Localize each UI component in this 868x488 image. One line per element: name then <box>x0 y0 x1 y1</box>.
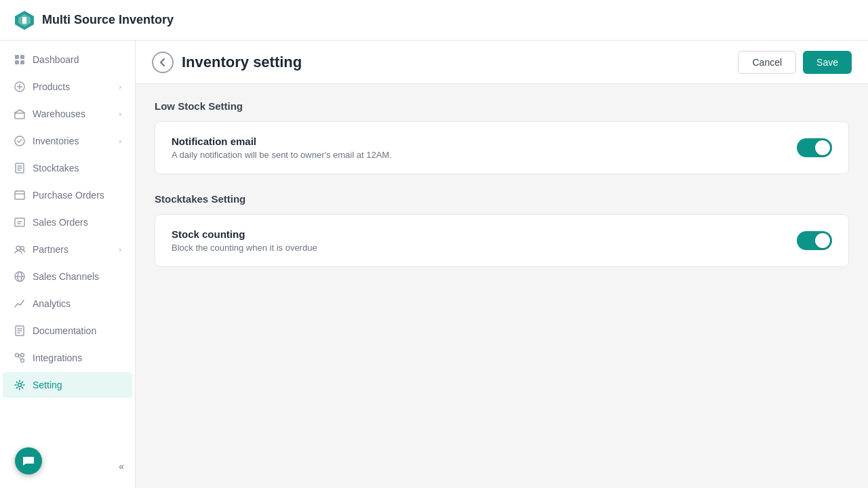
products-chevron-icon: › <box>119 83 121 91</box>
settings-content: Low Stock Setting Notification email A d… <box>136 84 868 488</box>
app-logo: Multi Source Inventory <box>14 9 174 31</box>
svg-rect-2 <box>22 17 26 24</box>
svg-rect-8 <box>15 113 24 119</box>
svg-rect-11 <box>15 191 24 199</box>
sidebar-label-analytics: Analytics <box>33 298 71 309</box>
notification-email-desc: A daily notification will be sent to own… <box>172 150 392 160</box>
sidebar-item-inventories[interactable]: Inventories › <box>3 128 132 154</box>
documentation-icon <box>14 325 26 337</box>
sales-orders-icon <box>14 216 26 228</box>
stocktakes-section-title: Stocktakes Setting <box>155 193 849 205</box>
stock-counting-toggle[interactable] <box>797 231 832 250</box>
main-content: Inventory setting Cancel Save Low Stock … <box>136 41 868 488</box>
sidebar-item-partners[interactable]: Partners › <box>3 237 132 262</box>
sidebar-label-sales-channels: Sales Channels <box>33 271 99 282</box>
sidebar-item-sales-orders[interactable]: Sales Orders <box>3 209 132 235</box>
cancel-button[interactable]: Cancel <box>738 51 796 74</box>
save-button[interactable]: Save <box>803 51 852 74</box>
collapse-icon: « <box>119 461 124 472</box>
stock-counting-label: Stock counting <box>172 228 317 240</box>
page-header: Inventory setting Cancel Save <box>136 41 868 84</box>
sidebar-label-dashboard: Dashboard <box>33 54 79 65</box>
sidebar-item-setting[interactable]: Setting <box>3 372 132 398</box>
notification-email-card: Notification email A daily notification … <box>155 121 849 174</box>
sidebar-label-integrations: Integrations <box>33 352 82 363</box>
sidebar-label-partners: Partners <box>33 244 68 255</box>
inventories-chevron-icon: › <box>119 137 121 145</box>
sidebar-item-purchase-orders[interactable]: Purchase Orders <box>3 182 132 208</box>
products-icon <box>14 81 26 93</box>
sidebar-item-warehouses[interactable]: Warehouses › <box>3 101 132 127</box>
svg-rect-5 <box>15 60 19 64</box>
sidebar-label-setting: Setting <box>33 380 62 390</box>
toggle-knob-2 <box>815 233 830 248</box>
sidebar-item-products[interactable]: Products › <box>3 74 132 100</box>
sidebar-item-sales-channels[interactable]: Sales Channels <box>3 264 132 289</box>
app-logo-icon <box>14 9 35 31</box>
low-stock-section: Low Stock Setting Notification email A d… <box>155 100 849 174</box>
integrations-icon <box>14 352 26 364</box>
chat-bubble-button[interactable] <box>15 447 42 474</box>
notification-email-text: Notification email A daily notification … <box>172 136 392 160</box>
svg-rect-12 <box>15 218 24 226</box>
app-title: Multi Source Inventory <box>42 13 174 27</box>
dashboard-icon <box>14 54 26 66</box>
page-title: Inventory setting <box>182 54 302 71</box>
svg-rect-4 <box>20 55 24 59</box>
svg-point-13 <box>16 246 20 250</box>
low-stock-section-title: Low Stock Setting <box>155 100 849 112</box>
stocktakes-icon <box>14 162 26 174</box>
chat-icon <box>22 454 35 468</box>
svg-rect-3 <box>15 55 19 59</box>
partners-chevron-icon: › <box>119 245 121 253</box>
sidebar-label-products: Products <box>33 81 70 92</box>
sidebar-label-sales-orders: Sales Orders <box>33 217 88 228</box>
analytics-icon <box>14 298 26 310</box>
svg-rect-6 <box>20 60 24 64</box>
stock-counting-text: Stock counting Block the counting when i… <box>172 228 317 253</box>
purchase-orders-icon <box>14 189 26 201</box>
partners-icon <box>14 243 26 256</box>
sidebar-item-stocktakes[interactable]: Stocktakes <box>3 155 132 181</box>
setting-icon <box>14 379 26 391</box>
sales-channels-icon <box>14 270 26 283</box>
notification-email-label: Notification email <box>172 136 392 147</box>
toggle-knob <box>815 140 830 155</box>
sidebar-item-dashboard[interactable]: Dashboard <box>3 47 132 73</box>
stocktakes-section: Stocktakes Setting Stock counting Block … <box>155 193 849 267</box>
sidebar-item-integrations[interactable]: Integrations <box>3 345 132 371</box>
notification-email-toggle[interactable] <box>797 138 832 157</box>
sidebar-item-documentation[interactable]: Documentation <box>3 318 132 344</box>
sidebar-label-warehouses: Warehouses <box>33 108 85 119</box>
inventories-icon <box>14 135 26 147</box>
page-title-area: Inventory setting <box>152 52 302 73</box>
sidebar-label-purchase-orders: Purchase Orders <box>33 190 104 201</box>
stock-counting-desc: Block the counting when it is overdue <box>172 243 317 253</box>
warehouses-icon <box>14 108 26 120</box>
topbar: Multi Source Inventory <box>0 0 868 41</box>
sidebar-item-analytics[interactable]: Analytics <box>3 291 132 317</box>
svg-point-21 <box>18 384 22 387</box>
sidebar-label-documentation: Documentation <box>33 325 96 336</box>
warehouses-chevron-icon: › <box>119 110 121 118</box>
sidebar: Dashboard Products › Warehouses › Invent… <box>0 41 136 488</box>
sidebar-label-inventories: Inventories <box>33 136 79 146</box>
header-actions: Cancel Save <box>738 51 852 74</box>
svg-point-14 <box>21 247 24 250</box>
stock-counting-card: Stock counting Block the counting when i… <box>155 214 849 267</box>
sidebar-label-stocktakes: Stocktakes <box>33 163 79 174</box>
back-button[interactable] <box>152 52 174 73</box>
